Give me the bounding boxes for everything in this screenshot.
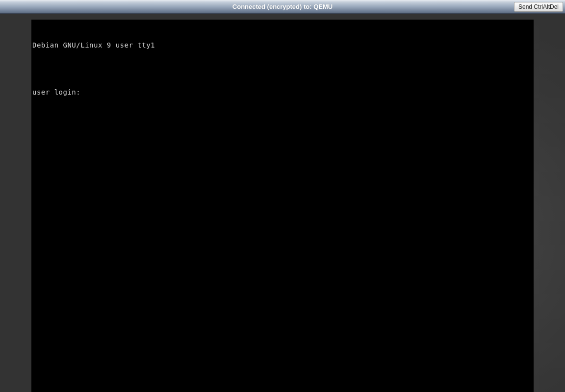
- console-login-prompt: user login:: [31, 88, 534, 96]
- vnc-topbar: Connected (encrypted) to: QEMU Send Ctrl…: [0, 0, 565, 14]
- console-blank-line: [31, 65, 534, 73]
- console-viewport: Debian GNU/Linux 9 user tty1 user login:: [0, 14, 565, 392]
- console-banner-line: Debian GNU/Linux 9 user tty1: [31, 41, 534, 49]
- connection-status: Connected (encrypted) to: QEMU: [232, 3, 333, 10]
- send-ctrl-alt-del-button[interactable]: Send CtrlAltDel: [514, 2, 563, 12]
- tty-console[interactable]: Debian GNU/Linux 9 user tty1 user login:: [31, 20, 534, 392]
- text-cursor-icon: [81, 89, 85, 96]
- login-prompt-text: user login:: [32, 88, 80, 96]
